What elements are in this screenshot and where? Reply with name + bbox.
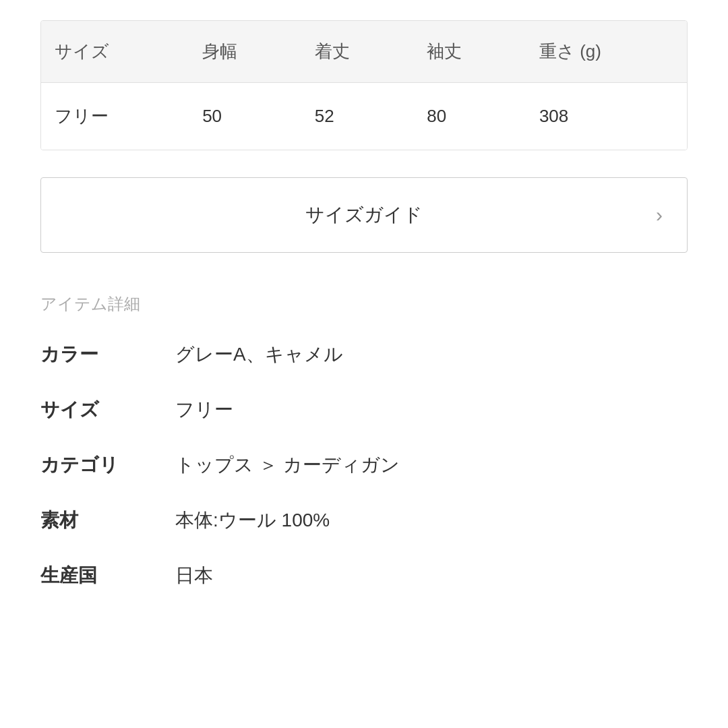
detail-row-material: 素材 本体:ウール 100% <box>40 508 688 533</box>
detail-row-size: サイズ フリー <box>40 397 688 423</box>
label-color: カラー <box>40 342 175 367</box>
col-header-size: サイズ <box>41 21 189 83</box>
cell-size: フリー <box>41 83 189 150</box>
detail-row-color: カラー グレーA、キャメル <box>40 342 688 367</box>
main-container: サイズ 身幅 着丈 袖丈 重さ (g) フリー 50 52 80 308 サイズ… <box>0 0 728 638</box>
col-header-sleeve: 袖丈 <box>413 21 526 83</box>
value-color: グレーA、キャメル <box>175 342 688 367</box>
value-size: フリー <box>175 397 688 423</box>
value-material: 本体:ウール 100% <box>175 508 688 533</box>
chevron-right-icon: › <box>656 204 663 226</box>
item-details-section: アイテム詳細 カラー グレーA、キャメル サイズ フリー カテゴリ トップス ＞… <box>40 293 688 588</box>
cell-sleeve: 80 <box>413 83 526 150</box>
table-row: フリー 50 52 80 308 <box>41 83 687 150</box>
label-category: カテゴリ <box>40 452 175 478</box>
label-origin: 生産国 <box>40 563 175 588</box>
label-size: サイズ <box>40 397 175 423</box>
detail-row-category: カテゴリ トップス ＞ カーディガン <box>40 452 688 478</box>
size-table: サイズ 身幅 着丈 袖丈 重さ (g) フリー 50 52 80 308 <box>41 21 687 150</box>
cell-length: 52 <box>301 83 414 150</box>
cell-weight: 308 <box>526 83 687 150</box>
size-guide-label: サイズガイド <box>305 202 423 228</box>
col-header-body-width: 身幅 <box>189 21 301 83</box>
label-material: 素材 <box>40 508 175 533</box>
table-header-row: サイズ 身幅 着丈 袖丈 重さ (g) <box>41 21 687 83</box>
size-guide-button[interactable]: サイズガイド › <box>40 177 688 253</box>
cell-body-width: 50 <box>189 83 301 150</box>
value-category: トップス ＞ カーディガン <box>175 452 688 478</box>
size-table-wrapper: サイズ 身幅 着丈 袖丈 重さ (g) フリー 50 52 80 308 <box>40 20 688 150</box>
value-origin: 日本 <box>175 563 688 588</box>
col-header-weight: 重さ (g) <box>526 21 687 83</box>
section-title: アイテム詳細 <box>40 293 688 315</box>
detail-row-origin: 生産国 日本 <box>40 563 688 588</box>
col-header-length: 着丈 <box>301 21 414 83</box>
